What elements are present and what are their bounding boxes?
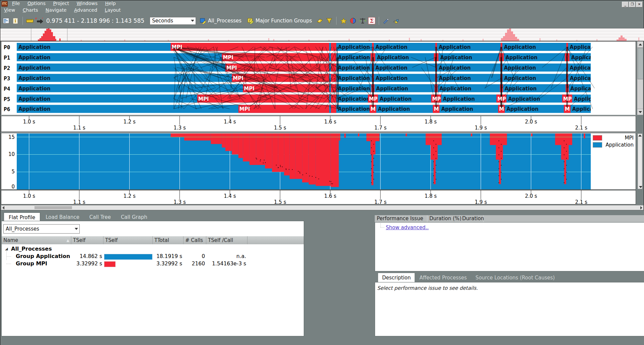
mpi-area: [309, 134, 316, 184]
tself-per-call-value: 1.54163e-3 s: [206, 260, 246, 267]
menu-file[interactable]: File: [9, 0, 23, 6]
table-row-all-processes[interactable]: ◢ All_Processes: [2, 245, 304, 253]
svg-text:Application: Application: [375, 44, 408, 50]
column-duration-percent[interactable]: Duration (%): [427, 215, 460, 222]
scroll-left-button[interactable]: [2, 206, 4, 209]
svg-text:MPI: MPI: [239, 106, 250, 112]
menu-navigate[interactable]: Navigate: [43, 7, 70, 13]
column-ttotal[interactable]: TTotal: [153, 236, 184, 244]
menu-options[interactable]: Options: [24, 0, 49, 6]
event-timeline-chart[interactable]: P0ApplicationApplicationApplicationAppli…: [1, 41, 636, 115]
process-aggregation-button[interactable]: All_Processes: [198, 17, 243, 24]
scroll-up-button[interactable]: [638, 135, 642, 137]
axis-tick-label: 1.3 s: [173, 125, 186, 131]
svg-text:Application: Application: [338, 86, 370, 92]
idealizer-star-icon[interactable]: [340, 17, 347, 24]
menu-project[interactable]: Project: [50, 0, 72, 6]
summary-sigma-icon[interactable]: Σ: [368, 17, 375, 24]
timeline-horizontal-scrollbar[interactable]: [1, 205, 644, 210]
tself-per-call-value: n.a.: [206, 253, 246, 260]
scroll-down-button[interactable]: [639, 186, 642, 188]
timeline-mpi-bar[interactable]: [238, 105, 336, 113]
menu-advanced[interactable]: Advanced: [71, 7, 100, 13]
mpi-color-swatch: [593, 135, 602, 141]
issues-table-header[interactable]: Performance Issue Duration (%) Duration: [375, 215, 644, 222]
mpi-area: [225, 134, 232, 151]
zoom-interval-icon[interactable]: [35, 17, 43, 24]
trace-overview-histogram: [0, 28, 644, 41]
ttotal-value: 3.32992 s: [153, 260, 182, 267]
overview-bar: [513, 34, 515, 41]
tab-source-locations[interactable]: Source Locations (Root Causes): [472, 273, 559, 282]
column-performance-issue[interactable]: Performance Issue: [375, 215, 427, 222]
menu-windows[interactable]: Windows: [74, 0, 101, 6]
process-filter-value: All_Processes: [6, 226, 39, 232]
trace-overview-strip[interactable]: [0, 28, 644, 41]
scroll-right-button[interactable]: [640, 206, 642, 209]
column-duration[interactable]: Duration: [460, 215, 484, 222]
pen-tool-icon[interactable]: [382, 17, 390, 24]
column-tself-per-call[interactable]: TSelf /Call: [206, 236, 247, 244]
unit-dropdown[interactable]: Seconds: [150, 17, 196, 25]
show-advanced-link[interactable]: Show advanced..: [386, 225, 429, 231]
time-axis-lower: 1.0 s1.1 s1.2 s1.3 s1.4 s1.5 s1.6 s1.7 s…: [1, 190, 636, 204]
overview-bar: [45, 31, 46, 41]
menu-charts[interactable]: Charts: [20, 7, 41, 13]
menu-layout[interactable]: Layout: [102, 7, 124, 13]
axis-tick-label: 2.0 s: [525, 193, 537, 199]
breakdown-scales-icon[interactable]: [359, 17, 366, 24]
column-name[interactable]: Name ▲: [2, 236, 71, 244]
scrollbar-thumb[interactable]: [34, 206, 72, 209]
event-timeline-canvas[interactable]: P0ApplicationApplicationApplicationAppli…: [1, 41, 636, 115]
scroll-up-button[interactable]: [637, 41, 643, 48]
compare-tool-icon[interactable]: [392, 17, 399, 24]
quantitative-timeline-chart[interactable]: 151050 MPI Application: [1, 133, 636, 190]
axis-tick-label: 1.8 s: [425, 119, 437, 125]
axis-tick-label: 1.8 s: [425, 193, 437, 199]
scrollbar-thumb[interactable]: [638, 48, 643, 79]
svg-text:Application: Application: [377, 55, 409, 61]
scroll-down-button[interactable]: [637, 109, 643, 115]
minimize-button[interactable]: _: [622, 2, 629, 7]
mpi-area: [284, 134, 289, 175]
timeline-vertical-scrollbar[interactable]: [637, 41, 643, 115]
svg-text:M: M: [371, 106, 376, 112]
mpi-area: [316, 134, 331, 186]
overview-bar: [625, 39, 627, 41]
table-row-group-mpi[interactable]: Group MPI 3.32992 s 3.32992 s 2160 1.541…: [2, 260, 304, 267]
imbalance-pie-icon[interactable]: [349, 17, 357, 24]
overview-bar: [51, 32, 53, 41]
axis-tick-label: 2.0 s: [525, 119, 537, 125]
quantitative-vertical-scrollbar[interactable]: [638, 134, 642, 189]
app-icon: ITC: [1, 1, 8, 7]
svg-text:Application: Application: [18, 75, 51, 81]
axis-tick-label: 1.3 s: [173, 199, 186, 204]
calls-value: 0: [184, 253, 205, 260]
svg-text:Application: Application: [505, 86, 537, 92]
tself-value: 3.32992 s: [71, 260, 102, 267]
profile-table-header[interactable]: Name ▲ TSelf TSelf TTotal # Calls TSelf …: [2, 236, 304, 244]
tagging-icon[interactable]: [316, 17, 324, 24]
tab-affected-processes[interactable]: Affected Processes: [415, 273, 471, 282]
column-tself-bar[interactable]: TSelf: [103, 236, 153, 244]
close-button[interactable]: ✕: [636, 2, 643, 7]
overview-bar: [38, 39, 40, 41]
process-label: P1: [4, 55, 10, 61]
filter-funnel-icon[interactable]: [326, 17, 333, 24]
column-calls[interactable]: # Calls: [184, 236, 206, 244]
svg-text:MPI: MPI: [172, 44, 183, 50]
menu-view[interactable]: View: [1, 7, 18, 13]
info-icon[interactable]: i: [12, 17, 19, 24]
process-filter-dropdown[interactable]: All_Processes: [3, 224, 80, 234]
ruler-icon[interactable]: [26, 17, 33, 24]
chart-view-icon[interactable]: [2, 17, 10, 24]
table-row-group-application[interactable]: Group Application 14.862 s 18.1919 s 0 n…: [2, 253, 304, 260]
function-aggregation-button[interactable]: f Major Function Groups: [245, 17, 314, 24]
overview-bar: [509, 28, 511, 41]
menu-help[interactable]: Help: [102, 0, 119, 6]
restore-button[interactable]: ❐: [629, 2, 636, 7]
svg-text:MPI: MPI: [226, 65, 237, 71]
issue-placeholder-text: Select performance issue to see details.: [377, 285, 644, 291]
tab-description[interactable]: Description: [378, 273, 415, 282]
column-tself[interactable]: TSelf: [71, 236, 103, 244]
